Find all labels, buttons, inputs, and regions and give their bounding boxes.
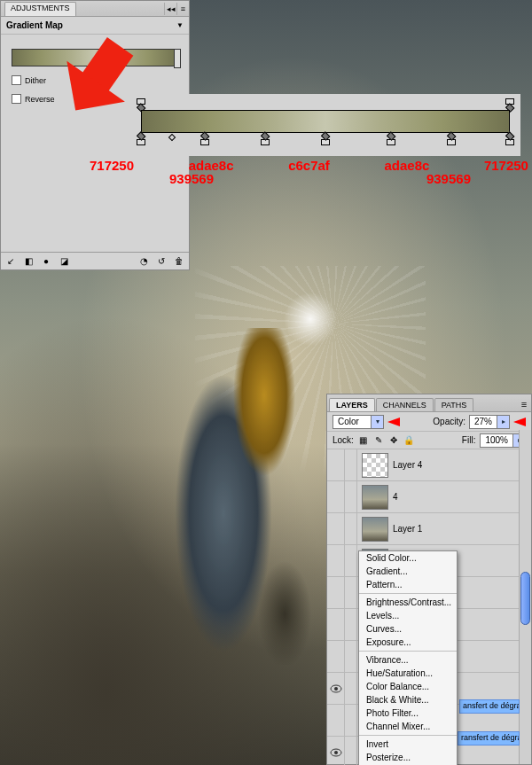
lock-row: Lock: ▦ ✎ ✥ 🔒 Fill: 100% ▸ bbox=[327, 432, 531, 449]
eye-icon bbox=[330, 684, 342, 693]
hex-label: 717250 bbox=[90, 158, 134, 176]
collapse-icon[interactable]: ◂◂ bbox=[164, 3, 176, 15]
menu-item[interactable]: Black & White... bbox=[359, 693, 457, 706]
lock-all-icon[interactable]: 🔒 bbox=[403, 435, 414, 446]
menu-item[interactable]: Hue/Saturation... bbox=[359, 667, 457, 680]
color-stop[interactable] bbox=[260, 133, 270, 145]
menu-item[interactable]: Gradient... bbox=[359, 565, 457, 578]
layer-thumbnail[interactable] bbox=[362, 453, 388, 478]
panel-menu-icon[interactable]: ≡ bbox=[517, 399, 531, 411]
layer-row[interactable]: 4 bbox=[327, 481, 531, 513]
dither-checkbox[interactable] bbox=[12, 75, 21, 85]
menu-item[interactable]: Photo Filter... bbox=[359, 706, 457, 720]
menu-item[interactable]: Channel Mixer... bbox=[359, 720, 457, 733]
hex-labels-row2: 939569 939569 bbox=[169, 171, 471, 189]
visibility-toggle[interactable] bbox=[327, 449, 345, 480]
menu-item[interactable]: Levels... bbox=[359, 609, 457, 622]
layer-name-fragment: ansfert de dégradé 3 bbox=[459, 699, 520, 714]
layer-name: 4 bbox=[393, 492, 398, 502]
layer-row[interactable]: Layer 1 bbox=[327, 513, 531, 545]
adjustments-tab[interactable]: ADJUSTMENTS bbox=[4, 2, 76, 16]
menu-item[interactable]: Exposure... bbox=[359, 636, 457, 649]
visibility-toggle[interactable] bbox=[327, 737, 345, 765]
menu-item[interactable]: Color Balance... bbox=[359, 680, 457, 693]
gradient-slider-handle[interactable] bbox=[174, 49, 181, 68]
visibility-toggle[interactable] bbox=[327, 481, 345, 512]
layer-thumbnail[interactable] bbox=[362, 517, 388, 542]
hex-label: 939569 bbox=[426, 171, 471, 189]
color-stop[interactable] bbox=[320, 133, 331, 145]
color-stop[interactable] bbox=[505, 133, 515, 145]
color-stop[interactable] bbox=[446, 133, 457, 145]
chevron-right-icon[interactable]: ▸ bbox=[497, 416, 509, 428]
visibility-toggle[interactable] bbox=[327, 577, 345, 608]
reverse-checkbox[interactable] bbox=[12, 94, 21, 104]
color-stop[interactable] bbox=[200, 133, 210, 145]
blend-mode-select[interactable]: Color ▾ bbox=[332, 415, 384, 429]
midpoint-handle[interactable] bbox=[168, 134, 176, 141]
gradient-editor bbox=[130, 94, 520, 156]
lock-pixels-icon[interactable]: ✎ bbox=[373, 435, 384, 446]
fill-value: 100% bbox=[481, 435, 512, 445]
panel-menu-icon[interactable]: ≡ bbox=[176, 3, 189, 15]
adjustment-title: Gradient Map bbox=[6, 20, 63, 30]
chevron-down-icon[interactable]: ▼ bbox=[176, 21, 184, 29]
arrow-icon[interactable]: ↙ bbox=[4, 255, 17, 268]
lock-label: Lock: bbox=[332, 435, 354, 445]
visibility-toggle[interactable] bbox=[327, 545, 345, 576]
expand-icon[interactable]: ◧ bbox=[22, 255, 35, 268]
tab-layers[interactable]: LAYERS bbox=[329, 398, 375, 411]
eye-icon bbox=[330, 748, 342, 757]
layer-icon[interactable]: ◪ bbox=[58, 255, 70, 268]
adjustments-footer: ↙ ◧ ● ◪ ◔ ↺ 🗑 bbox=[1, 252, 189, 269]
trash-icon[interactable]: 🗑 bbox=[173, 255, 185, 268]
visibility-toggle[interactable] bbox=[327, 609, 345, 640]
opacity-value: 27% bbox=[470, 417, 497, 426]
opacity-stop[interactable] bbox=[505, 98, 515, 111]
callout-arrow-icon bbox=[387, 418, 400, 426]
chevron-down-icon[interactable]: ▾ bbox=[371, 416, 383, 428]
gradient-ramp[interactable] bbox=[141, 110, 510, 133]
clip-icon[interactable]: ◔ bbox=[137, 255, 150, 268]
layer-name-fragment: ransfert de dégrad... bbox=[458, 731, 520, 745]
menu-item[interactable]: Curves... bbox=[359, 622, 457, 636]
color-stop[interactable] bbox=[386, 133, 396, 145]
adjustment-layer-menu: Solid Color... Gradient... Pattern... Br… bbox=[358, 550, 458, 765]
opacity-input[interactable]: 27% ▸ bbox=[469, 415, 510, 429]
scrollbar[interactable] bbox=[519, 430, 531, 764]
visibility-toggle[interactable] bbox=[327, 641, 345, 672]
menu-item[interactable]: Brightness/Contrast... bbox=[359, 596, 457, 609]
color-stop[interactable] bbox=[136, 133, 146, 145]
visibility-toggle[interactable] bbox=[327, 705, 345, 736]
menu-item[interactable]: Posterize... bbox=[359, 751, 457, 764]
eye-icon[interactable]: ● bbox=[40, 255, 52, 268]
svg-point-3 bbox=[334, 751, 338, 754]
callout-arrow-icon bbox=[513, 418, 526, 426]
layers-tabbar: LAYERS CHANNELS PATHS ≡ bbox=[327, 394, 531, 412]
visibility-toggle[interactable] bbox=[327, 673, 345, 704]
visibility-toggle[interactable] bbox=[327, 513, 345, 544]
layer-name: Layer 4 bbox=[393, 460, 422, 470]
adjustments-tabbar: ADJUSTMENTS ◂◂ ≡ bbox=[1, 1, 189, 17]
menu-separator bbox=[359, 593, 457, 594]
layer-thumbnail[interactable] bbox=[362, 485, 388, 510]
svg-point-1 bbox=[334, 687, 338, 691]
menu-item[interactable]: Pattern... bbox=[359, 578, 457, 591]
lock-position-icon[interactable]: ✥ bbox=[388, 435, 399, 446]
menu-item[interactable]: Solid Color... bbox=[359, 551, 457, 565]
reset-icon[interactable]: ↺ bbox=[155, 255, 168, 268]
dither-label: Dither bbox=[25, 76, 46, 85]
blend-mode-value: Color bbox=[333, 417, 371, 426]
menu-item[interactable]: Invert bbox=[359, 738, 457, 751]
layer-row[interactable]: Layer 4 bbox=[327, 449, 531, 481]
menu-item[interactable]: Vibrance... bbox=[359, 653, 457, 667]
scroll-thumb[interactable] bbox=[520, 572, 530, 625]
tab-channels[interactable]: CHANNELS bbox=[376, 398, 434, 411]
blend-row: Color ▾ Opacity: 27% ▸ bbox=[327, 412, 531, 432]
reverse-label: Reverse bbox=[25, 95, 55, 104]
tab-paths[interactable]: PATHS bbox=[434, 398, 474, 411]
lock-transparency-icon[interactable]: ▦ bbox=[358, 435, 369, 446]
opacity-stop[interactable] bbox=[136, 98, 146, 111]
menu-separator bbox=[359, 651, 457, 652]
menu-separator bbox=[359, 735, 457, 736]
